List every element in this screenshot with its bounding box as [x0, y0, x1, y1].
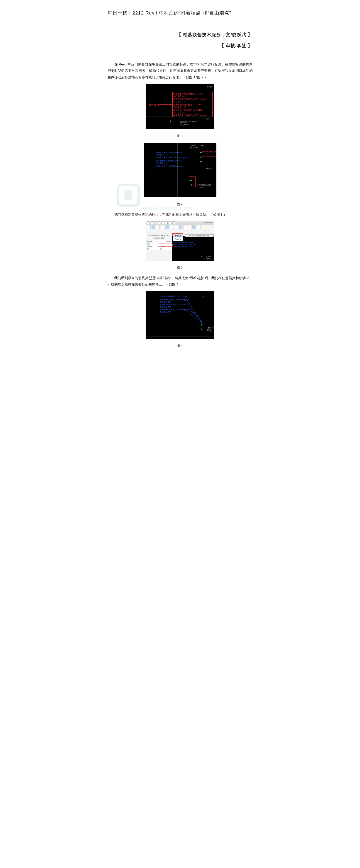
- qat-icon[interactable]: [169, 221, 171, 224]
- document-page: 柏慕联创 www.lcbim.com 柏慕联创 www.lcbim.com 每日…: [101, 0, 259, 364]
- level-label: F2_5.850: [180, 123, 189, 126]
- quick-access-toolbar[interactable]: Autodesk Revit: [146, 221, 214, 224]
- pipe-note: 废水管 刚性防水套管 (A) DN100: [173, 109, 202, 112]
- ribbon-icon[interactable]: [174, 225, 178, 229]
- level-label: F2_5.850: [204, 257, 210, 260]
- ribbon-icon[interactable]: [170, 225, 173, 229]
- ribbon-icon[interactable]: [197, 225, 200, 229]
- node-mark-icon: ◆: [200, 155, 202, 159]
- figure-4: 给排水管 刚性防水套管 (A) DN100 给热水回水管 刚性防水套管 (A) …: [146, 291, 214, 339]
- ribbon[interactable]: [146, 224, 214, 234]
- corner-label-2: 补风井: [203, 117, 210, 121]
- qat-icon[interactable]: [172, 221, 175, 224]
- figure-4-wrap: 给排水管 刚性防水套管 (A) DN100 给热水回水管 刚性防水套管 (A) …: [108, 291, 253, 341]
- ribbon-icon[interactable]: [179, 225, 183, 229]
- ribbon-icon[interactable]: [183, 225, 187, 229]
- caption-1: 图 1: [108, 132, 253, 139]
- qat-icon[interactable]: [150, 221, 153, 224]
- pipe-note: 给热水回水管 刚性防水套管 (A) DN50: [173, 98, 207, 101]
- pipe-note-b: 废水管 刚性防水套管 (A) DN100: [173, 246, 193, 248]
- ribbon-icon[interactable]: [156, 225, 160, 229]
- node-mark-icon: ◆: [200, 159, 202, 163]
- qat-icon[interactable]: [162, 221, 164, 224]
- node-mark-icon: ◆: [201, 323, 203, 327]
- edit-type-btn[interactable]: 编辑类型: [153, 240, 172, 243]
- pipe-note-b: 中心标高 -110: [156, 162, 168, 164]
- move-label: 整体移动: [149, 103, 159, 106]
- byline-service: 【 柏慕联创技术服务，文/龚跃武 】: [108, 30, 253, 39]
- qat-icon[interactable]: [158, 221, 160, 224]
- top-level: F2_5.850: [190, 146, 198, 150]
- figure-3: Autodesk Revit HHH-管道标记-标高/规格/尺寸标注 引线端点样…: [146, 221, 214, 261]
- figure-1-wrap: 补风井 补风井 给排水管 刚性防水套管 (A) DN50 中心标高 -510 给…: [108, 84, 253, 131]
- app-title: Autodesk Revit: [204, 221, 213, 224]
- paragraph-2: 我们选择需要整体移动的标注，在属性面板上会看到引线类型。（如图 3.）: [108, 211, 253, 218]
- pipe-note: 给排水管 刚性防水套管 (A) DN50: [173, 93, 203, 95]
- node-mark-icon: ◆: [200, 150, 202, 155]
- paragraph-3: 我们看到原来的引线类型是“自由端点”。将其改为“附着端点”后，我们在任意拖拽和移…: [108, 275, 253, 288]
- pipe-note: 中心标高 -510: [173, 112, 186, 114]
- pipe-note-r: 给热水回水管 刚性防水套管 (A) DN50: [202, 155, 216, 157]
- corner-label: 补风井: [206, 85, 213, 89]
- pipe-note-b: 给排水管 刚性防水套管 (A) DN100: [160, 296, 187, 298]
- ribbon-icon[interactable]: [165, 225, 169, 229]
- pipe-note-b: 废水管 刚性防水套管 (A) DN100: [160, 304, 186, 306]
- properties-panel[interactable]: HHH-管道标记-标高/规格/尺寸标注 引线端点样式选择 管道标记编辑类型 引线…: [146, 234, 172, 261]
- node-mark-icon: ◆: [190, 183, 192, 187]
- pipe-note: 中心标高 -510: [173, 95, 186, 98]
- pipe-note-b: 中心标高 -510: [160, 301, 171, 303]
- qat-icon[interactable]: [154, 221, 157, 224]
- highlight-leader-type: [158, 244, 173, 247]
- leader-lines: [185, 297, 204, 326]
- qat-icon[interactable]: [165, 221, 168, 224]
- offset-box-2: [189, 177, 196, 187]
- pipe-note: 废水管 刚性防水套管 (A) DN100: [173, 103, 202, 106]
- pipe-note-b: 给热水回水管 刚性防水套管 (A) DN50: [173, 244, 196, 246]
- qat-icon[interactable]: [147, 221, 149, 224]
- figure-2: 合并洞口 500x150 F2_5.850 给排水管 刚性防水套管 (A) DN…: [144, 143, 216, 197]
- view-tab[interactable]: 一层给排水系统套管穿墙图1F 0.5: [185, 234, 214, 237]
- caption-2: 图 2.: [108, 201, 253, 208]
- offset-box-1: [150, 168, 159, 178]
- byline-review: 【 审核/李签 】: [108, 41, 253, 50]
- arrow-icon: [159, 104, 172, 105]
- prop-key: 方向: [146, 248, 150, 250]
- prop-key: 引线: [146, 243, 150, 245]
- pipe-note-b: 给热水回水管 刚性防水套管 (A) DN50: [156, 157, 187, 159]
- pipe-note-b: 中心标高 -510: [160, 311, 171, 313]
- ribbon-icon[interactable]: [161, 225, 164, 229]
- node-mark-icon: ◆: [201, 255, 202, 258]
- figure-2-wrap: 合并洞口 500x150 F2_5.850 给排水管 刚性防水套管 (A) DN…: [108, 143, 253, 199]
- prop-val[interactable]: 水平: [150, 248, 172, 250]
- ribbon-icon[interactable]: [147, 225, 150, 229]
- node-mark-icon: ◆: [201, 327, 203, 331]
- family-sub: 引线端点样式选择: [147, 237, 171, 240]
- pipe-note-b: 中心标高 -510: [156, 154, 168, 156]
- ribbon-icon[interactable]: [192, 225, 196, 229]
- corner-label: 补风井: [206, 167, 212, 170]
- ribbon-icon[interactable]: [151, 225, 155, 229]
- pipe-note: 中心标高 -110: [173, 101, 186, 103]
- svg-line-1: [185, 300, 203, 323]
- level-label: F2_5: [207, 328, 212, 332]
- caption-4: 图 4.: [108, 342, 253, 349]
- pipe-note-r: 给排水管 刚性防水套管 (A) DN50: [202, 151, 216, 153]
- svg-line-0: [185, 297, 203, 323]
- svg-line-2: [185, 304, 203, 323]
- figure-3-wrap: Autodesk Revit HHH-管道标记-标高/规格/尺寸标注 引线端点样…: [108, 221, 253, 263]
- drawing-viewport[interactable]: 一层给排水系统套管穿墙图1F 0.5 给排水管 刚性防水套管 (A) DN50 …: [172, 234, 214, 261]
- caption-3: 图 3.: [108, 264, 253, 271]
- family-name: HHH-管道标记-标高/规格/尺寸标注: [147, 235, 171, 237]
- pipe-note-b: 废水管 刚性防水套管 (A) DN100: [156, 160, 182, 162]
- node-mark-icon: ◆: [190, 178, 192, 182]
- node-mark-icon: ◆: [170, 119, 172, 123]
- pipe-note-b: 中心标高 -110: [160, 306, 171, 308]
- svg-line-3: [185, 309, 203, 323]
- paragraph-1: 在 Revit 中我们需要对在平面图上对管道的标高、类型和尺寸进行标注。在需要标…: [108, 61, 253, 81]
- figure-1: 补风井 补风井 给排水管 刚性防水套管 (A) DN50 中心标高 -510 给…: [146, 84, 214, 129]
- pipe-note-b: 给排水管 刚性防水套管 (A) DN50: [156, 165, 183, 167]
- pipe-note: 给热水回水管 刚性防水套管 (A) DN50: [173, 114, 207, 117]
- pipe-note-b: 给排水管 刚性防水套管 (A) DN50: [173, 242, 194, 243]
- page-title: 每日一技｜2212 Revit 中标注的“附着端点”和“自由端点”: [108, 9, 253, 17]
- ribbon-icon[interactable]: [188, 225, 191, 229]
